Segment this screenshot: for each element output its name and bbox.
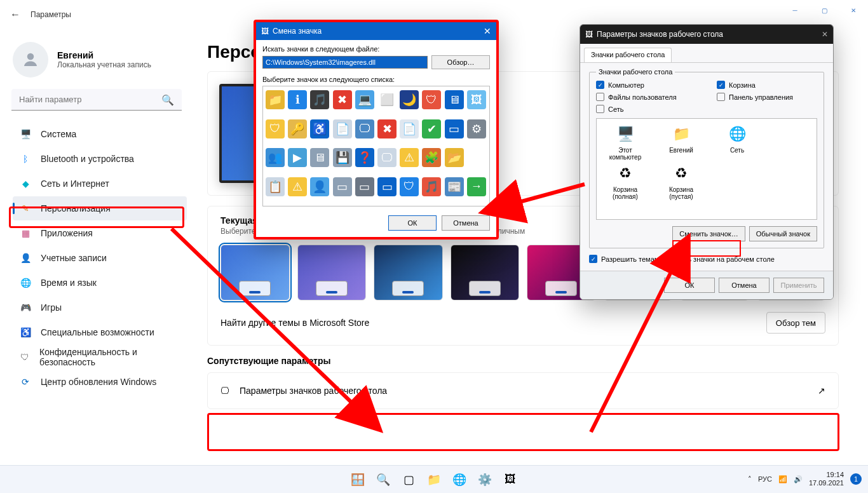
- icon-option[interactable]: ⚙: [467, 119, 486, 138]
- icon-option[interactable]: 🔑: [288, 119, 307, 138]
- sidebar-item[interactable]: ✎Персонализация: [13, 196, 187, 220]
- preview-icon[interactable]: ♻Корзина (полная): [604, 163, 646, 200]
- taskbar[interactable]: 🪟 🔍 ▢ 📁 🌐 ⚙️ 🖼 ˄ РУС 📶 🔊 19:14 17.09.202…: [0, 465, 868, 493]
- theme-tile[interactable]: [374, 245, 443, 301]
- icon-option[interactable]: 💻: [355, 90, 374, 109]
- app-icon[interactable]: 🖼: [501, 471, 519, 489]
- icon-option[interactable]: 🌙: [400, 90, 419, 109]
- sidebar-item[interactable]: ᛒBluetooth и устройства: [13, 147, 187, 171]
- icon-option[interactable]: 📁: [266, 90, 285, 109]
- clock-time[interactable]: 19:14: [826, 471, 844, 479]
- settings-icon[interactable]: ⚙️: [476, 471, 494, 489]
- checkbox-Сеть[interactable]: Сеть: [596, 105, 691, 113]
- volume-icon[interactable]: 🔊: [794, 475, 803, 483]
- chevron-up-icon[interactable]: ˄: [748, 475, 752, 483]
- maximize-button[interactable]: ▢: [810, 0, 839, 20]
- icon-option[interactable]: ⚠: [288, 177, 307, 196]
- icon-grid[interactable]: 📁ℹ🎵✖💻⬜🌙🛡🖥🖼🛡🔑♿📄🖵✖📄✔▭⚙👥▶🖥💾❓🖵⚠🧩📂📋⚠👤▭▭▭🛡🎵📰→: [262, 86, 490, 206]
- icon-option[interactable]: ✖: [333, 90, 352, 109]
- edge-icon[interactable]: 🌐: [451, 471, 468, 489]
- icon-option[interactable]: ▭: [377, 177, 397, 196]
- back-button[interactable]: ←: [8, 9, 23, 20]
- icon-option[interactable]: ✖: [377, 119, 397, 138]
- desktop-icons-item[interactable]: 🖵 Параметры значков рабочего стола ↗: [207, 372, 839, 409]
- explorer-icon[interactable]: 📁: [425, 471, 443, 489]
- icon-option[interactable]: ♿: [310, 119, 329, 138]
- taskview-icon[interactable]: ▢: [400, 471, 417, 489]
- theme-tile[interactable]: [220, 245, 290, 301]
- icon-option[interactable]: ▭: [355, 177, 374, 196]
- sidebar-item[interactable]: 🛡Конфиденциальность и безопасность: [13, 345, 187, 369]
- icon-option[interactable]: 📂: [445, 148, 464, 167]
- icon-option[interactable]: 🛡: [422, 90, 441, 109]
- sidebar-item[interactable]: 👤Учетные записи: [13, 246, 187, 270]
- icon-option[interactable]: ❓: [355, 148, 374, 167]
- cancel-button[interactable]: Отмена: [719, 278, 770, 293]
- network-icon[interactable]: 📶: [778, 475, 787, 483]
- icon-option[interactable]: 🖵: [355, 119, 374, 138]
- icon-option[interactable]: →: [467, 177, 486, 196]
- icon-option[interactable]: 🖼: [467, 90, 486, 109]
- sidebar-item[interactable]: 🎮Игры: [13, 295, 187, 320]
- icon-option[interactable]: 🛡: [400, 177, 419, 196]
- sidebar-item[interactable]: 🖥️Система: [13, 122, 187, 146]
- checkbox-Компьютер[interactable]: ✓Компьютер: [596, 81, 691, 89]
- icon-option[interactable]: 🖥: [310, 148, 329, 167]
- apply-button[interactable]: Применить: [773, 278, 824, 293]
- icon-option[interactable]: 🧩: [422, 148, 441, 167]
- icon-path-input[interactable]: [262, 56, 428, 69]
- icon-option[interactable]: 🖵: [377, 148, 397, 167]
- icon-option[interactable]: 👥: [266, 148, 285, 167]
- checkbox-Корзина[interactable]: ✓Корзина: [717, 81, 812, 89]
- checkbox-Панель управления[interactable]: Панель управления: [717, 93, 812, 101]
- search-icon[interactable]: 🔍: [374, 471, 392, 489]
- ok-button[interactable]: ОК: [388, 215, 437, 231]
- close-icon[interactable]: ✕: [822, 30, 828, 39]
- preview-icon[interactable]: ♻Корзина (пустая): [660, 163, 702, 200]
- icon-option[interactable]: ⚠: [400, 148, 419, 167]
- icon-option[interactable]: [467, 148, 486, 167]
- icon-option[interactable]: 📰: [445, 177, 464, 196]
- lang-indicator[interactable]: РУС: [758, 475, 772, 483]
- icon-option[interactable]: 🎵: [422, 177, 441, 196]
- default-icon-button[interactable]: Обычный значок: [749, 226, 817, 241]
- icon-option[interactable]: ⬜: [377, 90, 397, 109]
- notification-icon[interactable]: 1: [850, 473, 862, 485]
- start-icon[interactable]: 🪟: [349, 471, 367, 489]
- icon-option[interactable]: 🎵: [310, 90, 329, 109]
- close-icon[interactable]: ✕: [484, 26, 491, 36]
- icon-option[interactable]: ℹ: [288, 90, 307, 109]
- icon-option[interactable]: 📋: [266, 177, 285, 196]
- allow-themes-checkbox[interactable]: ✓: [589, 255, 597, 263]
- search-input[interactable]: [11, 89, 182, 111]
- theme-tile[interactable]: [451, 245, 520, 301]
- close-button[interactable]: ✕: [839, 0, 868, 20]
- icon-option[interactable]: ✔: [422, 119, 441, 138]
- ok-button[interactable]: ОК: [664, 278, 715, 293]
- sidebar-item[interactable]: ▦Приложения: [13, 221, 187, 245]
- theme-tile[interactable]: [297, 245, 367, 301]
- icon-option[interactable]: 🖥: [445, 90, 464, 109]
- minimize-button[interactable]: ─: [780, 0, 810, 20]
- sidebar-item[interactable]: 🌐Время и язык: [13, 271, 187, 295]
- user-profile[interactable]: Евгений Локальная учетная запись: [9, 36, 191, 89]
- change-icon-button[interactable]: Сменить значок…: [672, 226, 745, 241]
- cancel-button[interactable]: Отмена: [442, 215, 490, 231]
- browse-button[interactable]: Обзор…: [431, 55, 490, 69]
- sidebar-item[interactable]: ⟳Центр обновления Windows: [13, 370, 187, 394]
- icon-option[interactable]: 💾: [333, 148, 352, 167]
- sidebar-item[interactable]: ♿Специальные возможности: [13, 320, 187, 344]
- sidebar-item[interactable]: ◆Сеть и Интернет: [13, 172, 187, 196]
- store-button[interactable]: Обзор тем: [766, 312, 825, 334]
- icon-option[interactable]: ▶: [288, 148, 307, 167]
- icon-preview[interactable]: 🖥️Этот компьютер📁Евгений🌐Сеть♻Корзина (п…: [596, 118, 817, 220]
- icon-option[interactable]: 👤: [310, 177, 329, 196]
- tab-desktop-icons[interactable]: Значки рабочего стола: [584, 48, 672, 62]
- clock-date[interactable]: 17.09.2021: [809, 479, 844, 487]
- preview-icon[interactable]: 🖥️Этот компьютер: [604, 124, 646, 161]
- checkbox-Файлы пользователя[interactable]: Файлы пользователя: [596, 93, 691, 101]
- icon-option[interactable]: ▭: [333, 177, 352, 196]
- icon-option[interactable]: ▭: [445, 119, 464, 138]
- icon-option[interactable]: 📄: [333, 119, 352, 138]
- icon-option[interactable]: 🛡: [266, 119, 285, 138]
